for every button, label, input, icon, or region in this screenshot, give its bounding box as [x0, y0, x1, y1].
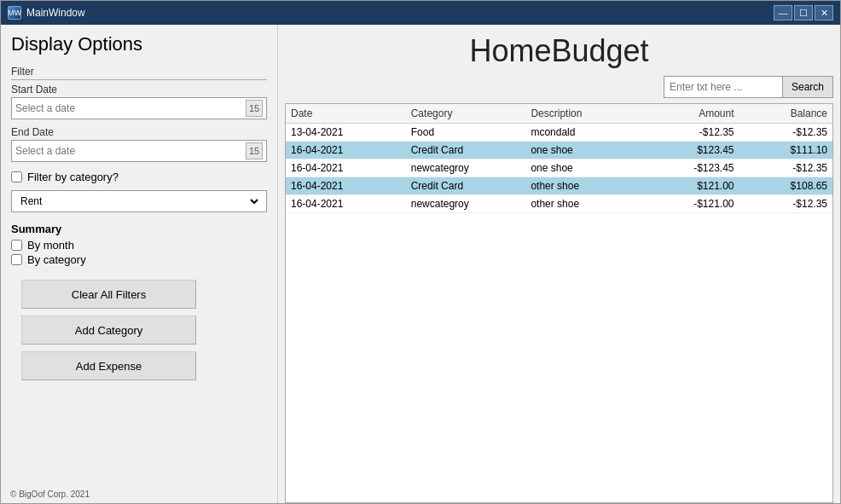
- search-button[interactable]: Search: [783, 76, 833, 98]
- close-button[interactable]: ✕: [815, 5, 833, 20]
- table-row[interactable]: 16-04-2021 Credit Card one shoe $123.45 …: [286, 142, 832, 159]
- copyright-text: © BigOof Corp. 2021: [10, 490, 90, 499]
- table-header: Date Category Description Amount Balance: [286, 104, 832, 124]
- category-select[interactable]: Rent Food Credit Card newcategroy: [17, 194, 261, 208]
- main-content: Display Options Filter Start Date 15 End…: [1, 25, 840, 503]
- cell-amount: $123.45: [646, 142, 739, 159]
- cell-balance: -$12.35: [740, 195, 832, 213]
- table-row[interactable]: 16-04-2021 Credit Card other shoe $121.0…: [286, 177, 832, 195]
- sidebar-title: Display Options: [11, 33, 267, 55]
- cell-balance: -$12.35: [740, 124, 832, 142]
- app-title: HomeBudget: [278, 25, 840, 76]
- by-category-checkbox[interactable]: [11, 254, 22, 265]
- start-date-input[interactable]: [15, 102, 246, 114]
- by-category-label: By category: [27, 253, 86, 266]
- app-icon: MW: [8, 6, 21, 20]
- filter-by-category-checkbox[interactable]: [11, 171, 22, 182]
- end-date-row: 15: [11, 140, 267, 162]
- filter-by-category-label: Filter by category?: [27, 171, 119, 183]
- clear-all-filters-button[interactable]: Clear All Filters: [21, 280, 196, 309]
- filter-divider: [11, 79, 267, 80]
- table-row[interactable]: 16-04-2021 newcategroy other shoe -$121.…: [286, 195, 832, 213]
- by-month-row: By month: [11, 239, 267, 252]
- minimize-button[interactable]: —: [774, 5, 792, 20]
- category-dropdown-row[interactable]: Rent Food Credit Card newcategroy: [11, 190, 267, 212]
- cell-amount: -$123.45: [646, 159, 739, 177]
- cell-date: 16-04-2021: [286, 177, 406, 195]
- cell-description: one shoe: [525, 142, 646, 159]
- cell-date: 16-04-2021: [286, 195, 406, 213]
- cell-amount: -$121.00: [646, 195, 739, 213]
- cell-balance: -$12.35: [740, 159, 832, 177]
- cell-description: other shoe: [525, 177, 646, 195]
- table-header-row: Date Category Description Amount Balance: [286, 104, 832, 124]
- cell-category: newcategroy: [406, 195, 526, 213]
- col-header-date: Date: [286, 104, 406, 124]
- table-row[interactable]: 16-04-2021 newcategroy one shoe -$123.45…: [286, 159, 832, 177]
- title-bar: MW MainWindow — ☐ ✕: [1, 1, 840, 25]
- right-panel: HomeBudget Search Date Category Descript…: [278, 25, 840, 503]
- filter-label: Filter: [11, 66, 267, 78]
- cell-description: mcondald: [525, 124, 646, 142]
- add-category-button[interactable]: Add Category: [21, 316, 196, 345]
- title-bar-controls: — ☐ ✕: [774, 5, 833, 20]
- summary-label: Summary: [11, 223, 267, 235]
- cell-description: one shoe: [525, 159, 646, 177]
- table-body: 13-04-2021 Food mcondald -$12.35 -$12.35…: [286, 124, 832, 213]
- cell-category: Credit Card: [406, 177, 526, 195]
- sidebar: Display Options Filter Start Date 15 End…: [1, 25, 278, 503]
- cell-balance: $108.65: [740, 177, 832, 195]
- by-month-checkbox[interactable]: [11, 240, 22, 251]
- col-header-description: Description: [525, 104, 646, 124]
- summary-section: Summary By month By category: [11, 223, 267, 266]
- transactions-table-container: Date Category Description Amount Balance…: [285, 103, 833, 503]
- cell-category: Credit Card: [406, 142, 526, 159]
- main-window: MW MainWindow — ☐ ✕ Display Options Filt…: [0, 0, 841, 504]
- search-input[interactable]: [664, 76, 783, 98]
- title-bar-left: MW MainWindow: [8, 6, 85, 20]
- transactions-table: Date Category Description Amount Balance…: [286, 104, 832, 213]
- filter-section: Filter Start Date 15 End Date 15: [11, 66, 267, 162]
- cell-date: 16-04-2021: [286, 159, 406, 177]
- end-date-input[interactable]: [15, 145, 246, 157]
- by-category-row: By category: [11, 253, 267, 266]
- action-buttons: Clear All Filters Add Category Add Expen…: [11, 280, 267, 380]
- cell-description: other shoe: [525, 195, 646, 213]
- end-date-label: End Date: [11, 126, 267, 138]
- cell-category: Food: [406, 124, 526, 142]
- cell-date: 16-04-2021: [286, 142, 406, 159]
- start-date-calendar-icon[interactable]: 15: [246, 100, 263, 117]
- cell-balance: $111.10: [740, 142, 832, 159]
- maximize-button[interactable]: ☐: [794, 5, 813, 20]
- filter-by-category-row: Filter by category?: [11, 171, 267, 183]
- window-title: MainWindow: [26, 7, 85, 19]
- col-header-category: Category: [406, 104, 526, 124]
- end-date-calendar-icon[interactable]: 15: [246, 142, 263, 159]
- by-month-label: By month: [27, 239, 74, 252]
- start-date-row: 15: [11, 97, 267, 119]
- cell-amount: $121.00: [646, 177, 739, 195]
- search-bar: Search: [278, 76, 840, 103]
- footer: © BigOof Corp. 2021: [3, 486, 96, 502]
- start-date-label: Start Date: [11, 84, 267, 96]
- col-header-amount: Amount: [646, 104, 739, 124]
- cell-date: 13-04-2021: [286, 124, 406, 142]
- add-expense-button[interactable]: Add Expense: [21, 351, 196, 380]
- app-icon-text: MW: [8, 9, 21, 17]
- table-row[interactable]: 13-04-2021 Food mcondald -$12.35 -$12.35: [286, 124, 832, 142]
- col-header-balance: Balance: [740, 104, 832, 124]
- cell-category: newcategroy: [406, 159, 526, 177]
- cell-amount: -$12.35: [646, 124, 739, 142]
